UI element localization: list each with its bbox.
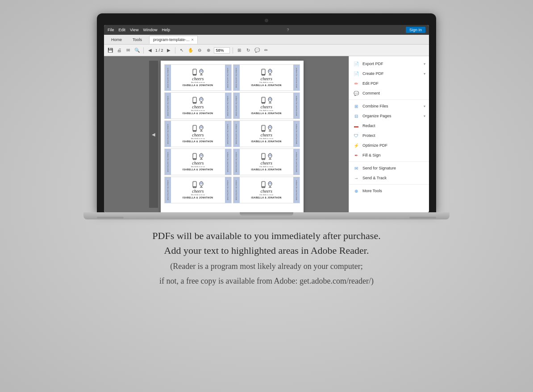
beer-glass-icon <box>192 125 197 132</box>
protect-label: Protect <box>362 133 425 138</box>
zoom-input[interactable] <box>214 47 230 54</box>
laptop-foot-left <box>97 217 124 219</box>
toolbar-print-icon[interactable]: 🖨 <box>116 47 123 54</box>
svg-rect-1 <box>193 70 194 71</box>
fill-sign-icon: ✒ <box>353 152 360 158</box>
sidebar-tool-export-pdf[interactable]: 📄 Export PDF ▾ <box>349 59 429 69</box>
svg-rect-13 <box>193 98 194 99</box>
ticket-right-bar: redeem for one free drink <box>293 177 300 203</box>
ticket-content: cheers this drink is on us ISABELLA & JO… <box>171 149 225 175</box>
beer-glass-icon <box>192 69 197 76</box>
ticket-names: ISABELLA & JONATHON <box>183 168 213 171</box>
pdf-viewer: ◀ redeem for one free drink <box>104 56 349 212</box>
wine-glass-icon <box>199 153 204 160</box>
menu-file[interactable]: File <box>108 28 114 32</box>
sidebar-tool-fill-sign[interactable]: ✒ Fill & Sign <box>349 150 429 160</box>
tab-close-icon[interactable]: × <box>192 37 194 42</box>
toolbar-next-page[interactable]: ▶ <box>165 47 172 54</box>
toolbar-email-icon[interactable]: ✉ <box>125 47 132 54</box>
combine-files-label: Combine Files <box>362 104 421 108</box>
menu-view[interactable]: View <box>130 28 138 32</box>
sidebar-tool-more-tools[interactable]: ⊕ More Tools <box>349 186 429 196</box>
toolbar-zoom-in-icon[interactable]: ⊕ <box>205 47 212 54</box>
tab-tools[interactable]: Tools <box>129 36 146 44</box>
export-pdf-label: Export PDF <box>362 62 421 66</box>
sidebar-tool-organize-pages[interactable]: ⊟ Organize Pages ▾ <box>349 111 429 121</box>
adobe-tab-bar: Home Tools program-template-... × <box>104 35 429 45</box>
toolbar-sep1 <box>143 47 144 54</box>
ticket-left-bar: redeem for one free drink <box>165 149 171 175</box>
sidebar-tool-send-for-signature[interactable]: ✉ Send for Signature <box>349 163 429 173</box>
toolbar-zoom-out-icon[interactable]: ⊖ <box>196 47 203 54</box>
toolbar-comment-icon[interactable]: 💬 <box>254 47 261 54</box>
drink-ticket: redeem for one free drink cheers this dr… <box>233 120 300 147</box>
protect-icon: 🛡 <box>353 132 360 139</box>
optimize-pdf-icon: ⚡ <box>353 142 360 149</box>
send-for-signature-icon: ✉ <box>353 165 360 171</box>
adobe-body: ◀ redeem for one free drink <box>104 56 429 212</box>
sidebar-tool-optimize-pdf[interactable]: ⚡ Optimize PDF <box>349 140 429 150</box>
cheers-text: cheers <box>261 105 272 109</box>
cheers-text: cheers <box>261 77 272 81</box>
svg-point-29 <box>200 126 203 128</box>
tab-home[interactable]: Home <box>108 36 125 44</box>
thumbnail-panel-toggle[interactable]: ◀ <box>149 61 158 208</box>
sidebar-tool-protect[interactable]: 🛡 Protect <box>349 131 429 140</box>
sidebar-tool-redact[interactable]: ▬ Redact <box>349 121 429 131</box>
toolbar-prev-page[interactable]: ◀ <box>146 47 154 54</box>
laptop-container: File Edit View Window Help ? Sign In Hom… <box>92 13 441 219</box>
drink-ticket: redeem for one free drink cheers this dr… <box>233 149 300 175</box>
edit-pdf-icon: ✏ <box>353 80 360 87</box>
toolbar-save-icon[interactable]: 💾 <box>107 47 114 54</box>
beer-glass-icon <box>192 181 197 188</box>
toolbar-rotate-icon[interactable]: ↻ <box>245 47 252 54</box>
wine-glass-icon <box>268 97 272 104</box>
beer-glass-icon <box>261 97 266 104</box>
ticket-names: ISABELLA & JONATHON <box>251 140 282 143</box>
sidebar-divider-3 <box>349 184 429 185</box>
ticket-right-bar: redeem for one free drink <box>293 121 300 147</box>
ticket-left-bar: redeem for one free drink <box>233 149 240 175</box>
ticket-content: cheers this drink is on us ISABELLA & JO… <box>240 149 294 175</box>
menu-edit[interactable]: Edit <box>119 28 126 32</box>
more-tools-label: More Tools <box>362 189 425 193</box>
sidebar-divider-2 <box>349 161 429 162</box>
svg-point-41 <box>200 154 203 157</box>
drink-ticket: redeem for one free drink cheers this dr… <box>164 177 232 203</box>
laptop-foot-right <box>409 217 436 219</box>
sidebar-tool-comment[interactable]: 💬 Comment <box>349 88 429 98</box>
ticket-names: ISABELLA & JONATHON <box>251 112 282 115</box>
toolbar-search-icon[interactable]: 🔍 <box>133 47 141 54</box>
menu-window[interactable]: Window <box>143 28 157 32</box>
ticket-content: cheers this drink is on us ISABELLA & JO… <box>171 177 225 203</box>
export-pdf-arrow: ▾ <box>424 62 425 66</box>
menu-help[interactable]: Help <box>162 28 170 32</box>
laptop-notch <box>240 212 293 216</box>
toolbar-cursor-icon[interactable]: ↖ <box>178 47 185 54</box>
organize-pages-icon: ⊟ <box>353 113 360 119</box>
ticket-row-5: redeem for one free drink cheers this dr… <box>164 177 300 203</box>
optimize-pdf-label: Optimize PDF <box>362 143 425 148</box>
edit-pdf-label: Edit PDF <box>362 81 425 86</box>
drink-ticket: redeem for one free drink cheers this dr… <box>233 64 300 91</box>
ticket-content: cheers this drink is on us ISABELLA & JO… <box>171 65 225 91</box>
sidebar-tool-edit-pdf[interactable]: ✏ Edit PDF <box>349 78 429 88</box>
toolbar-hand-icon[interactable]: ✋ <box>187 47 194 54</box>
bottom-line-2: Add your text to highlighted areas in Ad… <box>152 243 380 258</box>
sidebar-tool-combine-files[interactable]: ⊞ Combine Files ▾ <box>349 101 429 111</box>
ticket-left-bar: redeem for one free drink <box>233 121 240 147</box>
sidebar-tool-send-track[interactable]: → Send & Track <box>349 173 429 183</box>
ticket-names: ISABELLA & JONATHON <box>183 84 213 87</box>
ticket-right-bar: redeem for one free drink <box>225 93 231 119</box>
sidebar-tool-create-pdf[interactable]: 📄 Create PDF ▾ <box>349 69 429 78</box>
tab-file[interactable]: program-template-... × <box>149 36 198 44</box>
ticket-right-bar: redeem for one free drink <box>293 93 300 119</box>
ticket-names: ISABELLA & JONATHON <box>183 140 213 143</box>
ticket-names: ISABELLA & JONATHON <box>251 168 282 171</box>
bottom-line-1: PDFs will be available to you immediatel… <box>152 228 380 243</box>
ticket-icons <box>261 97 272 104</box>
toolbar-fit-icon[interactable]: ⊞ <box>236 47 243 54</box>
sign-in-button[interactable]: Sign In <box>406 27 425 33</box>
toolbar-pencil-icon[interactable]: ✏ <box>262 47 270 54</box>
drink-ticket: redeem for one free drink cheers this dr… <box>164 120 232 147</box>
